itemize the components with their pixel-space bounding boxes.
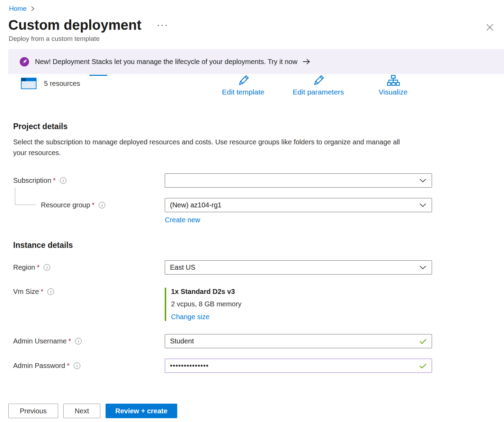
project-details-description: Select the subscription to manage deploy… bbox=[0, 137, 412, 158]
admin-password-input[interactable]: •••••••••••••• bbox=[165, 359, 432, 373]
required-marker: * bbox=[92, 201, 94, 209]
vm-size-summary: 1x Standard D2s v3 2 vcpus, 8 GB memory … bbox=[165, 288, 432, 321]
resource-group-dropdown[interactable]: (New) az104-rg1 bbox=[165, 198, 432, 212]
admin-username-input[interactable]: Student bbox=[165, 334, 432, 348]
edit-parameters-button[interactable]: Edit parameters bbox=[279, 74, 357, 96]
project-details-heading: Project details bbox=[0, 122, 504, 131]
rocket-icon bbox=[20, 57, 29, 66]
chevron-right-icon bbox=[31, 6, 35, 11]
info-icon[interactable]: i bbox=[47, 288, 54, 295]
admin-password-row: Admin Password * i •••••••••••••• bbox=[13, 359, 504, 373]
vm-size-row: Vm Size * i 1x Standard D2s v3 2 vcpus, … bbox=[13, 288, 504, 321]
vm-size-label: Vm Size bbox=[13, 288, 39, 296]
vm-size-value: 1x Standard D2s v3 bbox=[171, 288, 432, 296]
breadcrumb: Home bbox=[0, 0, 504, 12]
checkmark-icon bbox=[419, 363, 427, 369]
sitemap-icon bbox=[361, 74, 425, 87]
cropped-link-fragment bbox=[89, 75, 107, 76]
visualize-label: Visualize bbox=[379, 88, 408, 96]
tree-connector-line bbox=[15, 188, 36, 205]
chevron-down-icon bbox=[420, 203, 426, 207]
pencil-icon bbox=[279, 74, 357, 87]
resource-group-row: Resource group * i (New) az104-rg1 bbox=[13, 198, 504, 212]
next-button[interactable]: Next bbox=[63, 404, 100, 418]
info-icon[interactable]: i bbox=[74, 362, 80, 369]
admin-password-label: Admin Password bbox=[13, 362, 65, 370]
admin-username-label-group: Admin Username * i bbox=[13, 337, 165, 345]
subscription-label-group: Subscription * i bbox=[13, 177, 165, 185]
review-create-button[interactable]: Review + create bbox=[106, 404, 177, 418]
deployment-form: Subscription * i Resource group * i (New… bbox=[0, 173, 504, 373]
vm-size-specs: 2 vcpus, 8 GB memory bbox=[171, 300, 432, 308]
change-size-link[interactable]: Change size bbox=[171, 313, 209, 321]
info-icon[interactable]: i bbox=[44, 264, 50, 271]
required-marker: * bbox=[40, 288, 43, 296]
resource-group-label-group: Resource group * i bbox=[13, 201, 165, 209]
resource-group-label: Resource group bbox=[41, 201, 90, 209]
pencil-icon bbox=[208, 74, 279, 87]
edit-parameters-label: Edit parameters bbox=[292, 88, 344, 96]
required-marker: * bbox=[69, 337, 71, 345]
info-icon[interactable]: i bbox=[60, 177, 66, 184]
close-icon[interactable] bbox=[484, 21, 496, 33]
instance-details-heading: Instance details bbox=[13, 241, 504, 250]
admin-password-label-group: Admin Password * i bbox=[13, 362, 165, 370]
page-header: Custom deployment ··· bbox=[0, 17, 504, 33]
template-summary: 5 resources Edit template Edit parameter… bbox=[0, 74, 504, 110]
admin-username-row: Admin Username * i Student bbox=[13, 334, 504, 348]
required-marker: * bbox=[53, 177, 56, 185]
region-value: East US bbox=[170, 263, 195, 271]
info-icon[interactable]: i bbox=[75, 338, 82, 344]
admin-username-value: Student bbox=[170, 337, 194, 345]
create-new-link[interactable]: Create new bbox=[165, 216, 200, 224]
template-icon bbox=[21, 77, 37, 90]
create-new-row: Create new bbox=[13, 216, 504, 224]
template-resource-count: 5 resources bbox=[44, 80, 80, 88]
subscription-label: Subscription bbox=[13, 177, 51, 185]
region-label-group: Region * i bbox=[13, 263, 165, 271]
more-menu-icon[interactable]: ··· bbox=[156, 20, 168, 33]
banner-text: New! Deployment Stacks let you manage th… bbox=[35, 58, 297, 66]
vm-size-label-group: Vm Size * i bbox=[13, 288, 165, 296]
edit-template-button[interactable]: Edit template bbox=[208, 74, 279, 96]
chevron-down-icon bbox=[420, 266, 426, 269]
admin-password-value: •••••••••••••• bbox=[170, 362, 209, 370]
required-marker: * bbox=[67, 362, 70, 370]
checkmark-icon bbox=[419, 339, 427, 344]
visualize-button[interactable]: Visualize bbox=[361, 74, 425, 96]
region-label: Region bbox=[13, 263, 35, 271]
resource-group-value: (New) az104-rg1 bbox=[170, 201, 222, 209]
arrow-right-icon bbox=[302, 59, 310, 65]
previous-button[interactable]: Previous bbox=[8, 404, 58, 418]
admin-username-label: Admin Username bbox=[13, 337, 67, 345]
page-subtitle: Deploy from a custom template bbox=[0, 35, 504, 43]
subscription-row: Subscription * i bbox=[13, 173, 504, 188]
page-title: Custom deployment bbox=[8, 17, 141, 33]
wizard-footer: Previous Next Review + create bbox=[8, 404, 177, 418]
custom-deployment-page: Home Custom deployment ··· Deploy from a… bbox=[0, 0, 504, 373]
breadcrumb-home-link[interactable]: Home bbox=[9, 5, 27, 12]
edit-template-label: Edit template bbox=[222, 88, 264, 96]
chevron-down-icon bbox=[420, 179, 426, 182]
region-dropdown[interactable]: East US bbox=[165, 260, 432, 275]
info-icon[interactable]: i bbox=[99, 202, 105, 208]
subscription-dropdown[interactable] bbox=[165, 173, 432, 188]
deployment-stacks-banner[interactable]: New! Deployment Stacks let you manage th… bbox=[8, 49, 504, 74]
required-marker: * bbox=[37, 263, 39, 271]
region-row: Region * i East US bbox=[13, 260, 504, 275]
